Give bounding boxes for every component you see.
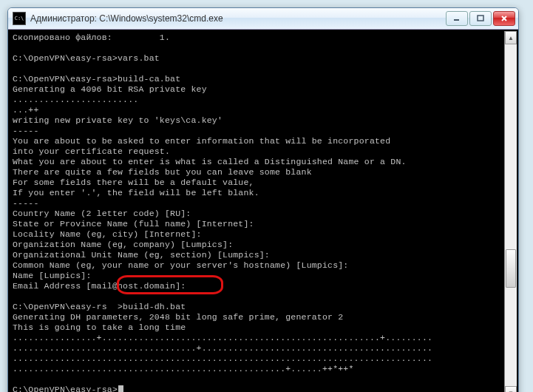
minimize-button[interactable]	[446, 11, 468, 26]
scroll-down-button[interactable]: ▼	[505, 386, 517, 392]
titlebar[interactable]: C:\ Администратор: C:\Windows\system32\c…	[8, 8, 518, 30]
close-button[interactable]	[493, 11, 515, 26]
window-controls	[446, 11, 515, 26]
scroll-track[interactable]	[505, 44, 517, 386]
system-menu-icon[interactable]: C:\	[13, 12, 26, 25]
scroll-up-button[interactable]: ▲	[505, 31, 517, 44]
vertical-scrollbar[interactable]: ▲ ▼	[504, 31, 517, 392]
maximize-button[interactable]	[469, 11, 492, 26]
text-cursor	[118, 385, 123, 392]
console-output[interactable]: Скопировано файлов: 1. C:\OpenVPN\easy-r…	[10, 31, 504, 392]
scroll-thumb[interactable]	[506, 249, 516, 288]
cmd-window: C:\ Администратор: C:\Windows\system32\c…	[7, 7, 519, 392]
console-client-area: Скопировано файлов: 1. C:\OpenVPN\easy-r…	[8, 30, 518, 392]
window-title: Администратор: C:\Windows\system32\cmd.e…	[30, 13, 446, 24]
svg-rect-1	[478, 16, 483, 21]
